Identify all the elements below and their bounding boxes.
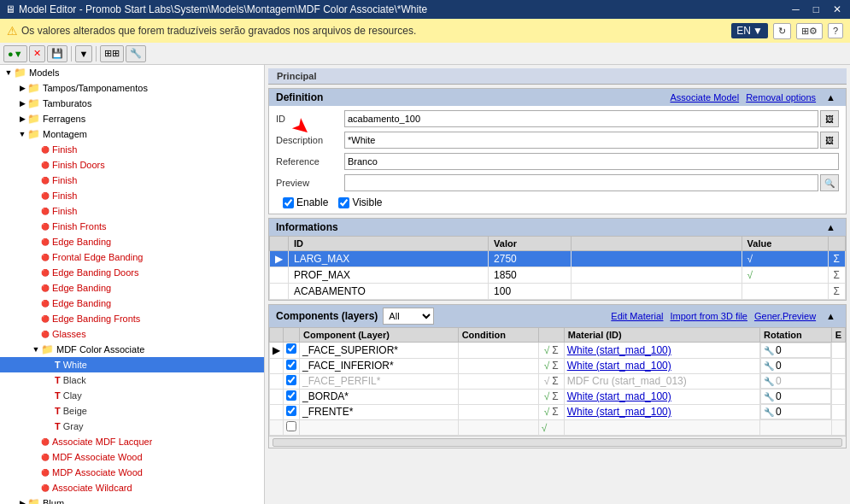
minimize-btn[interactable]: ─ [788,3,803,15]
tree-item[interactable]: 🔴Finish [0,142,264,157]
tree-item[interactable]: 🔴Edge Banding [0,296,264,311]
row-indicator [270,284,289,300]
description-icon-btn[interactable]: 🖼 [820,132,839,149]
tree-item[interactable]: 🔴Finish [0,173,264,188]
row-indicator: ▶ [270,251,289,267]
toolbar-extra-2[interactable]: 🔧 [126,45,146,62]
comp-row[interactable]: _FACE_INFERIOR*√ΣWhite (start_mad_100)🔧0 [270,358,846,373]
toolbar-icon-btn-2[interactable]: ⊞⚙ [796,23,823,39]
tree-panel: ▼📁Models▶📁Tampos/Tamponamentos▶📁Tamburat… [0,65,265,504]
tree-item[interactable]: 🔴Associate Wildcard [0,480,264,495]
tree-item[interactable]: 🔴Edge Banding Fronts [0,311,264,326]
tree-item[interactable]: 🔴Edge Banding [0,280,264,296]
tree-item[interactable]: ▼📁MDF Color Associate [0,342,264,357]
tab-principal[interactable]: Principal [268,68,847,85]
tree-item[interactable]: 🔴Associate MDF Lacquer [0,434,264,449]
comp-checkbox[interactable] [286,390,296,401]
close-btn[interactable]: ✕ [829,3,845,15]
comp-material[interactable]: MDF Cru (start_mad_013) [564,373,759,389]
comp-row[interactable]: ▶_FACE_SUPERIOR*√ΣWhite (start_mad_100)🔧… [270,343,846,359]
visible-checkbox-label[interactable]: Visible [338,196,382,208]
enable-checkbox[interactable] [283,197,294,208]
comp-material[interactable]: White (start_mad_100) [564,404,759,420]
components-collapse[interactable]: ▲ [823,311,839,321]
tree-item[interactable]: 🔴Edge Banding [0,234,264,249]
add-btn[interactable]: ●▼ [3,45,27,62]
tree-item[interactable]: TBlack [0,372,264,388]
definition-collapse[interactable]: ▲ [823,92,839,103]
gener-preview-link[interactable]: Gener.Preview [754,311,816,321]
id-icon-btn[interactable]: 🖼 [820,110,839,127]
tree-item[interactable]: 🔴MDP Associate Wood [0,465,264,480]
info-value-icon [742,284,828,300]
info-valor: 1850 [489,267,572,284]
info-col-spacer [571,237,742,251]
tree-item[interactable]: TWhite [0,357,264,372]
tree-item[interactable]: 🔴Edge Banding Doors [0,265,264,280]
comp-add-row[interactable]: √ [270,420,846,436]
comp-row[interactable]: _BORDA*√ΣWhite (start_mad_100)🔧0 [270,389,846,404]
toolbar-icon-btn-1[interactable]: ↻ [773,23,791,39]
comp-material[interactable]: White (start_mad_100) [564,343,759,359]
lang-selector[interactable]: EN ▼ [731,23,768,38]
tree-item[interactable]: TBeige [0,403,264,419]
id-input[interactable] [344,110,818,127]
tree-item[interactable]: 🔴Finish Fronts [0,219,264,234]
removal-options-link[interactable]: Removal options [746,92,816,103]
title-bar: 🖥 Model Editor - Promob Start Labs\Syste… [0,0,850,19]
components-title: Components (layers) [276,310,378,322]
tb-sep-2 [96,46,97,62]
tree-item[interactable]: 🔴Finish [0,188,264,203]
comp-checkbox[interactable] [286,375,296,385]
info-id: PROF_MAX [289,267,489,284]
tree-item[interactable]: ▼📁Models [0,65,264,80]
tree-item[interactable]: 🔴Finish [0,203,264,219]
tree-item[interactable]: ▶📁Tampos/Tamponamentos [0,80,264,96]
preview-input[interactable] [344,174,818,191]
comp-checkbox[interactable] [286,406,296,416]
comp-material[interactable]: White (start_mad_100) [564,358,759,373]
tree-item[interactable]: ▶📁Tamburatos [0,96,264,111]
description-input[interactable] [344,132,818,149]
tree-item[interactable]: 🔴Glasses [0,326,264,342]
import-3d-link[interactable]: Import from 3D file [670,311,747,321]
undo-btn[interactable]: ✕ [29,45,45,62]
info-value-icon: √ [742,267,828,284]
enable-checkbox-label[interactable]: Enable [283,196,328,208]
reference-input[interactable] [344,153,839,170]
comp-row[interactable]: _FACE_PERFIL*√ΣMDF Cru (start_mad_013)🔧0 [270,373,846,389]
tree-item[interactable]: 🔴MDF Associate Wood [0,449,264,465]
edit-material-link[interactable]: Edit Material [611,311,663,321]
components-filter[interactable]: All [383,308,434,325]
info-row[interactable]: ACABAMENTO100Σ [270,284,846,300]
comp-checkbox[interactable] [286,343,296,354]
reference-label: Reference [276,156,344,167]
tree-item[interactable]: ▼📁Montagem [0,126,264,142]
tree-item[interactable]: TGray [0,419,264,434]
info-row[interactable]: PROF_MAX1850√Σ [270,267,846,284]
warning-icon: ⚠ [7,24,18,38]
toolbar-extra-1[interactable]: ⊞⊞ [100,45,124,62]
comp-col-material: Material (ID) [564,328,759,343]
informations-collapse[interactable]: ▲ [823,222,839,232]
preview-icon-btn[interactable]: 🔍 [820,174,839,191]
associate-model-link[interactable]: Associate Model [670,92,739,103]
toolbar-more-btn[interactable]: ▼ [75,45,93,62]
toolbar-icon-btn-3[interactable]: ? [828,23,843,38]
tree-item[interactable]: ▶📁Blum [0,495,264,504]
visible-checkbox[interactable] [338,197,349,208]
comp-material[interactable]: White (start_mad_100) [564,389,759,404]
tree-item[interactable]: TClay [0,388,264,403]
maximize-btn[interactable]: □ [810,3,823,15]
tree-item[interactable]: 🔴Finish Doors [0,157,264,173]
info-row[interactable]: ▶LARG_MAX2750√Σ [270,251,846,267]
tree-item[interactable]: 🔴Frontal Edge Banding [0,249,264,265]
info-col-valor: Valor [489,237,572,251]
comp-col-layer: Component (Layer) [300,328,459,343]
save-btn[interactable]: 💾 [47,45,67,62]
comp-row[interactable]: _FRENTE*√ΣWhite (start_mad_100)🔧0 [270,404,846,420]
info-id: ACABAMENTO [289,284,489,300]
comp-layer-name: _BORDA* [300,389,459,404]
tree-item[interactable]: ▶📁Ferragens [0,111,264,126]
comp-checkbox[interactable] [286,360,296,370]
